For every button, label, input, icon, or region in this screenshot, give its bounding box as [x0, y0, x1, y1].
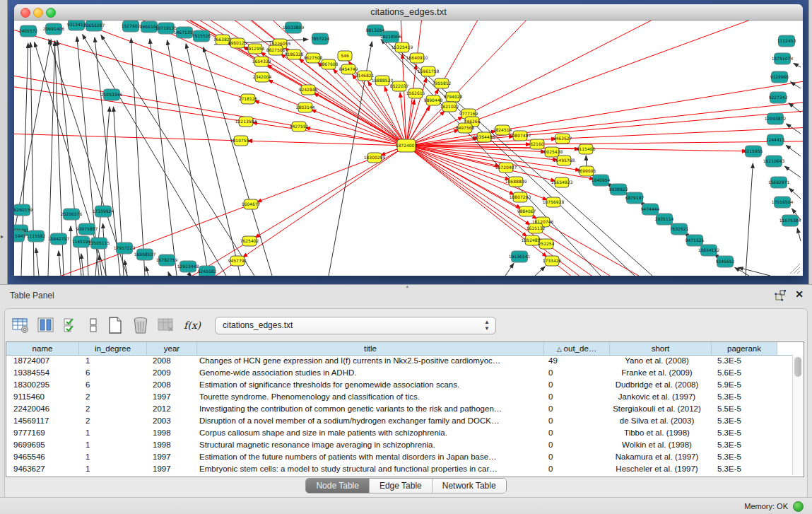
show-columns-button[interactable] — [35, 315, 57, 336]
graph-edge — [739, 267, 770, 276]
table-scrollbar-thumb[interactable] — [794, 357, 801, 377]
table-row[interactable]: 969969511998Structural magnetic resonanc… — [6, 439, 792, 451]
graph-node-label: 2935114 — [655, 216, 674, 221]
graph-node-label: 93975887 — [76, 226, 98, 231]
table-row[interactable]: 1872400712008Changes of HCN gene express… — [6, 355, 792, 367]
table-cell: 5.9E-5 — [707, 379, 772, 391]
graph-node-label: 11675384 — [779, 218, 801, 223]
graph-node-label: 18107554 — [230, 138, 252, 143]
float-panel-button[interactable] — [774, 289, 787, 302]
table-row[interactable]: 1938455462009Genome-wide association stu… — [6, 367, 792, 379]
dropdown-stepper-icon: ▲▼ — [484, 319, 490, 332]
graph-node-label: 15888520 — [372, 78, 394, 83]
function-builder-button[interactable]: f(x) — [181, 320, 204, 331]
table-row[interactable]: 946554611997Estimation of the future num… — [6, 451, 792, 463]
graph-node-label: 9129966 — [770, 74, 789, 79]
table-select-dropdown[interactable]: citations_edges.txt ▲▼ — [215, 317, 496, 334]
graph-edge — [81, 254, 83, 276]
graph-node-label: 9699695 — [577, 168, 596, 173]
table-cell: 5.3E-5 — [707, 463, 772, 475]
network-canvas[interactable]: 1872400715226055882750681863289627508546… — [14, 21, 803, 276]
column-header-year[interactable]: year — [147, 342, 197, 355]
table-cell: Dudbridge et al. (2008) — [606, 379, 707, 391]
graph-node-label: 8960125 — [228, 40, 247, 45]
table-cell: 49 — [541, 355, 606, 367]
graph-node-label: 1654339 — [252, 59, 271, 64]
table-row[interactable]: 946362711997Embryonic stem cells: a mode… — [6, 463, 792, 475]
column-header-name[interactable]: name — [6, 342, 79, 355]
table-cell: Stergiakouli et al. (2012) — [606, 403, 707, 415]
graph-node-label: 1604677 — [242, 201, 261, 206]
modify-table-button[interactable] — [10, 315, 31, 336]
left-panel-edge[interactable]: ▸ — [0, 0, 8, 284]
create-table-button[interactable] — [105, 315, 126, 336]
table-cell: Investigating the contribution of common… — [195, 403, 541, 415]
splitter-grip-icon[interactable]: ▴ — [406, 284, 409, 289]
table-cell: 0 — [541, 379, 606, 391]
graph-node-label: 12093872 — [765, 116, 787, 121]
table-cell: 5.3E-5 — [707, 451, 772, 463]
graph-node-label: 7515526 — [192, 33, 211, 38]
graph-node-label: 1615132 — [526, 226, 546, 230]
right-panel-edge[interactable] — [808, 0, 812, 284]
graph-node-label: 15692971 — [768, 180, 790, 185]
row-height-button[interactable] — [86, 315, 100, 336]
import-table-button-disabled[interactable] — [155, 315, 177, 336]
table-cell: de Silva et al. (2003) — [606, 415, 707, 427]
column-header-title[interactable]: title — [197, 342, 544, 355]
graph-edge — [794, 63, 801, 67]
graph-node-label: 7955812 — [433, 81, 452, 86]
tab-network-table[interactable]: Network Table — [433, 479, 506, 493]
column-header-short[interactable]: short — [610, 342, 712, 355]
graph-edge — [746, 163, 753, 276]
graph-node-label: 20364486 — [473, 134, 495, 139]
graph-node-label: 15325419 — [392, 45, 413, 49]
graph-node-label: 8912954 — [246, 46, 265, 51]
table-cell: 0 — [541, 391, 606, 403]
table-cell: 0 — [541, 451, 606, 463]
column-header-in-degree[interactable]: in_degree — [79, 342, 147, 355]
column-header-out-degree[interactable]: △out_de… — [544, 342, 610, 355]
table-cell: 5.5E-5 — [707, 403, 772, 415]
tab-node-table[interactable]: Node Table — [306, 479, 370, 493]
table-cell: Jankovic et al. (1997) — [606, 391, 707, 403]
graph-node-label: 12923448 — [177, 264, 199, 269]
graph-edge — [124, 260, 127, 276]
table-cell: 5.6E-5 — [707, 367, 772, 379]
graph-node-label: 9777169 — [459, 111, 478, 116]
table-row[interactable]: 911546021997Tourette syndrome. Phenomeno… — [6, 391, 792, 403]
graph-edge — [168, 271, 170, 276]
panel-collapse-arrow-icon[interactable]: ▸ — [1, 233, 4, 240]
table-cell: 1997 — [146, 451, 195, 463]
graph-node-label: 16033809 — [283, 25, 305, 30]
graph-node-label: 8522037 — [390, 83, 409, 88]
graph-node-label: 9146821 — [355, 73, 375, 78]
table-cell: Estimation of significance thresholds fo… — [195, 379, 541, 391]
table-row[interactable]: 1830029562008Estimation of significance … — [6, 379, 792, 391]
close-panel-button[interactable]: ✕ — [795, 288, 804, 300]
network-window-titlebar[interactable]: citations_edges.txt — [14, 4, 803, 21]
graph-node-label: 9463627 — [553, 136, 572, 141]
table-row[interactable]: 2242004622012Investigating the contribut… — [6, 403, 792, 415]
graph-edge-ray — [472, 21, 803, 122]
table-cell: 6 — [78, 367, 146, 379]
table-scrollbar[interactable] — [792, 355, 804, 475]
table-tabs: Node Table Edge Table Network Table — [0, 478, 812, 493]
graph-edge — [735, 267, 749, 276]
column-header-pagerank[interactable]: pagerank — [712, 342, 777, 355]
graph-node-label: 9794028 — [444, 94, 463, 99]
status-bar: Memory: OK — [0, 497, 812, 514]
table-cell: Nakamura et al. (1997) — [606, 451, 707, 463]
table-cell: 1 — [78, 355, 146, 367]
tab-edge-table[interactable]: Edge Table — [370, 479, 433, 493]
graph-node-label: 546 — [341, 53, 349, 58]
delete-table-button[interactable] — [130, 315, 151, 336]
table-row[interactable]: 1456911722003Disruption of a novel membe… — [6, 415, 792, 427]
table-cell: 0 — [541, 415, 606, 427]
table-row[interactable]: 977716911998Corpus callosum shape and si… — [6, 427, 792, 439]
memory-status-indicator[interactable] — [793, 501, 804, 512]
table-cell: Tibbo et al. (1998) — [606, 427, 707, 439]
resize-grip[interactable] — [790, 264, 800, 274]
select-all-button[interactable] — [61, 315, 82, 336]
graph-node-label: 8827506 — [266, 47, 286, 52]
